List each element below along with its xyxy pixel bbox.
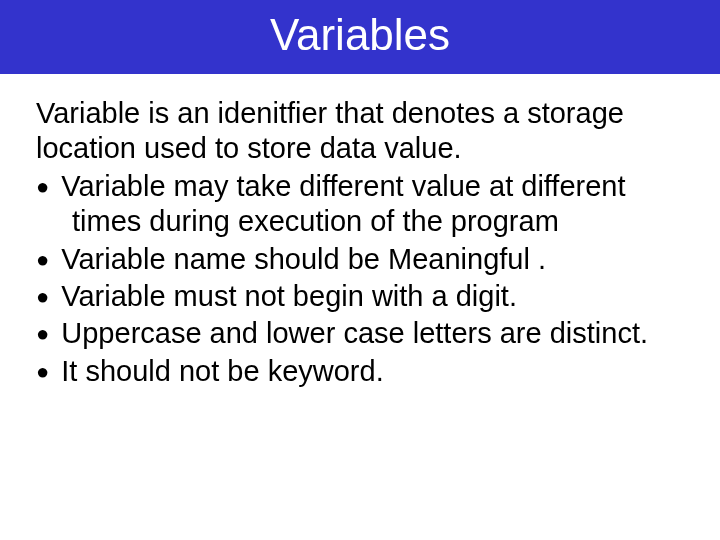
slide-content: Variable is an idenitfier that denotes a…: [0, 74, 720, 389]
slide-title: Variables: [270, 10, 450, 59]
list-item: Uppercase and lower case letters are dis…: [36, 316, 696, 351]
bullet-list: Variable may take different value at dif…: [30, 169, 696, 389]
list-item: Variable must not begin with a digit.: [36, 279, 696, 314]
list-item: Variable may take different value at dif…: [36, 169, 696, 240]
title-bar: Variables: [0, 0, 720, 74]
list-item: It should not be keyword.: [36, 354, 696, 389]
list-item: Variable name should be Meaningful .: [36, 242, 696, 277]
intro-text: Variable is an idenitfier that denotes a…: [30, 96, 696, 167]
